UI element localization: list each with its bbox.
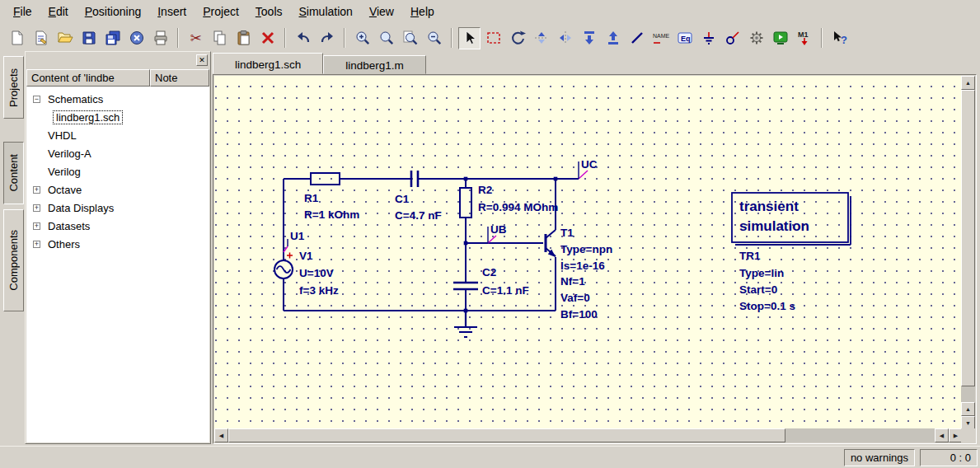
- zoom-out-button[interactable]: [423, 27, 445, 49]
- svg-text:U=10V[interactable]: U=10V: [299, 267, 334, 279]
- menu-project[interactable]: Project: [195, 2, 247, 21]
- close-document-button[interactable]: [125, 27, 148, 49]
- node-label-uc[interactable]: UC: [579, 158, 598, 179]
- svg-text:C=1.1 nF[interactable]: C=1.1 nF: [482, 284, 529, 297]
- svg-text:Is=1e-16[interactable]: Is=1e-16: [560, 260, 605, 272]
- new-text-button[interactable]: [30, 27, 52, 49]
- menu-file[interactable]: File: [5, 2, 40, 21]
- zoom-reset-button[interactable]: [375, 27, 397, 49]
- component-c2[interactable]: C2 C=1.1 nF: [453, 266, 529, 297]
- print-button[interactable]: [149, 27, 171, 49]
- component-r1[interactable]: R1 R=1 kOhm: [304, 173, 359, 221]
- sidebar-tab-content[interactable]: Content: [3, 142, 24, 204]
- rotate-button[interactable]: [506, 27, 528, 49]
- note-column-header[interactable]: Note: [150, 69, 209, 87]
- svg-text:Type=lin[interactable]: Type=lin: [739, 267, 784, 279]
- svg-text:Type=npn[interactable]: Type=npn: [560, 243, 612, 255]
- svg-text:R=1 kOhm[interactable]: R=1 kOhm: [304, 208, 359, 221]
- sidebar-tab-components[interactable]: Components: [3, 209, 24, 311]
- sidebar-item-lindberg1-sch[interactable]: lindberg1.sch: [26, 108, 209, 126]
- transient-simulation-block[interactable]: transient simulation TR1 Type=lin Start=…: [732, 193, 851, 312]
- menu-insert[interactable]: Insert: [149, 2, 195, 21]
- menu-view[interactable]: View: [361, 2, 402, 21]
- sidebar-item-datasets[interactable]: Datasets: [26, 217, 209, 235]
- scroll-left-button-2[interactable]: [935, 428, 949, 442]
- collapse-expander-icon[interactable]: [33, 96, 40, 103]
- svg-text:R1[interactable]: R1: [304, 192, 319, 204]
- menu-help[interactable]: Help: [402, 2, 443, 21]
- open-button[interactable]: [54, 27, 76, 49]
- node-label-u1[interactable]: U1: [284, 230, 305, 252]
- undo-button[interactable]: [292, 27, 314, 49]
- sidebar-item-octave[interactable]: Octave: [26, 180, 209, 199]
- sidebar-tab-projects[interactable]: Projects: [3, 56, 24, 119]
- redo-button[interactable]: [316, 27, 338, 49]
- svg-text:C=4.7 nF[interactable]: C=4.7 nF: [395, 209, 442, 222]
- expand-expander-icon[interactable]: [33, 241, 40, 248]
- expand-expander-icon[interactable]: [33, 204, 40, 212]
- select-button[interactable]: [458, 27, 481, 49]
- set-marker-button[interactable]: M1: [793, 27, 815, 49]
- svg-text:Bf=100[interactable]: Bf=100: [560, 308, 598, 321]
- svg-text:C1[interactable]: C1: [395, 193, 410, 205]
- svg-text:T1[interactable]: T1: [560, 227, 574, 239]
- svg-text:f=3 kHz[interactable]: f=3 kHz: [299, 284, 339, 297]
- tab-lindberg1-sch[interactable]: lindberg1.sch: [213, 53, 323, 74]
- insert-label-button[interactable]: NAME: [649, 27, 672, 49]
- svg-text:Nf=1[interactable]: Nf=1: [560, 275, 585, 288]
- mirror-y-axis-button[interactable]: [554, 27, 576, 49]
- schematic-canvas[interactable]: V1 U=10V f=3 kHz U1 R1 R=1 kOhm: [214, 76, 963, 430]
- component-r2[interactable]: R2 R=0.994 MOhm: [460, 184, 558, 218]
- sidebar-item-others[interactable]: Others: [26, 235, 209, 253]
- scroll-up-button[interactable]: [961, 76, 975, 90]
- whats-this-button[interactable]: ?: [828, 27, 851, 49]
- sidebar-item-data-displays[interactable]: Data Displays: [26, 199, 209, 217]
- zoom-in-button[interactable]: [351, 27, 373, 49]
- svg-text:TR1[interactable]: TR1: [739, 250, 761, 262]
- sidebar-item-verilog-a[interactable]: Verilog-A: [26, 144, 209, 162]
- sidebar-item-schematics[interactable]: Schematics: [26, 90, 209, 108]
- svg-text:Vaf=0[interactable]: Vaf=0: [560, 292, 590, 304]
- insert-ground-button[interactable]: [697, 27, 720, 49]
- save-button[interactable]: [77, 27, 100, 49]
- svg-text:C2[interactable]: C2: [482, 266, 496, 278]
- view-data-display-button[interactable]: [769, 27, 791, 49]
- insert-equation-button[interactable]: Eq: [673, 27, 696, 49]
- svg-text:R=0.994 MOhm[interactable]: R=0.994 MOhm: [478, 201, 558, 213]
- sidebar-item-verilog[interactable]: Verilog: [26, 162, 209, 180]
- copy-button[interactable]: [209, 27, 231, 49]
- insert-wire-button[interactable]: [626, 27, 648, 49]
- scroll-up-button-2[interactable]: [961, 402, 975, 416]
- activate-deactivate-button[interactable]: [482, 27, 504, 49]
- dock-close-button[interactable]: [196, 54, 208, 66]
- save-all-button[interactable]: [101, 27, 124, 49]
- svg-text:Stop=0.1 s[interactable]: Stop=0.1 s: [739, 300, 795, 312]
- content-column-header[interactable]: Content of 'lindbe: [26, 69, 150, 87]
- horizontal-scrollbar[interactable]: [214, 428, 963, 442]
- cut-button[interactable]: [185, 27, 207, 49]
- menu-simulation[interactable]: Simulation: [291, 2, 361, 21]
- svg-text:R2[interactable]: R2: [478, 184, 492, 196]
- vertical-scrollbar[interactable]: [961, 76, 975, 430]
- menu-positioning[interactable]: Positioning: [77, 2, 150, 21]
- new-file-button[interactable]: [6, 27, 28, 49]
- zoom-fit-button[interactable]: [399, 27, 421, 49]
- expand-expander-icon[interactable]: [33, 186, 40, 194]
- vertical-scrollbar-thumb[interactable]: [961, 90, 975, 386]
- scroll-left-button[interactable]: [214, 428, 228, 442]
- insert-port-button[interactable]: [721, 27, 743, 49]
- go-into-subcircuit-button[interactable]: [578, 27, 600, 49]
- svg-text:Start=0[interactable]: Start=0: [739, 283, 777, 296]
- delete-button[interactable]: [256, 27, 279, 49]
- paste-button[interactable]: [232, 27, 255, 49]
- pop-out-button[interactable]: [602, 27, 624, 49]
- sidebar-item-vhdl[interactable]: VHDL: [26, 126, 209, 144]
- mirror-x-axis-button[interactable]: [530, 27, 552, 49]
- horizontal-scrollbar-thumb[interactable]: [228, 428, 785, 442]
- expand-expander-icon[interactable]: [33, 222, 40, 230]
- svg-text:V1[interactable]: V1: [299, 250, 313, 262]
- menu-edit[interactable]: Edit: [40, 2, 77, 21]
- simulate-button[interactable]: [745, 27, 767, 49]
- ground-symbol[interactable]: [454, 311, 477, 337]
- menu-tools[interactable]: Tools: [247, 2, 291, 21]
